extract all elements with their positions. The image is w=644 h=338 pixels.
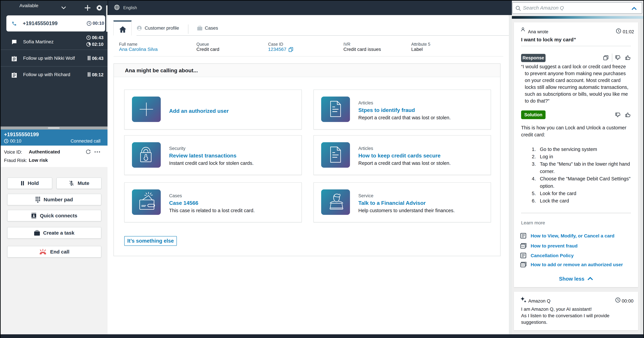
svg-text:PDF: PDF xyxy=(521,264,524,266)
svg-text:PDF: PDF xyxy=(521,245,524,247)
